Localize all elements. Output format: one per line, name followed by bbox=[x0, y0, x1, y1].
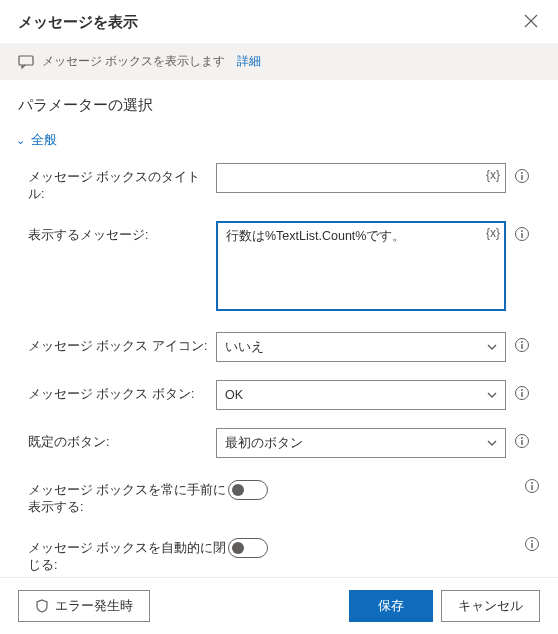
info-icon[interactable] bbox=[514, 168, 530, 184]
info-bar: メッセージ ボックスを表示します 詳細 bbox=[0, 43, 558, 80]
select-wrap: 最初のボタン bbox=[216, 428, 506, 458]
variable-picker-icon[interactable]: {x} bbox=[486, 226, 500, 240]
textarea-wrap: {x} bbox=[216, 221, 506, 314]
info-icon[interactable] bbox=[524, 536, 540, 552]
on-error-button[interactable]: エラー発生時 bbox=[18, 590, 150, 622]
shield-icon bbox=[35, 599, 49, 613]
chevron-down-icon: ⌄ bbox=[16, 134, 25, 147]
row-msgbox-title: メッセージ ボックスのタイトル: {x} bbox=[28, 163, 540, 203]
topmost-toggle[interactable] bbox=[228, 480, 268, 500]
label-message: 表示するメッセージ: bbox=[28, 221, 216, 244]
label-msgbox-title: メッセージ ボックスのタイトル: bbox=[28, 163, 216, 203]
svg-rect-3 bbox=[521, 175, 522, 180]
label-default-btn: 既定のボタン: bbox=[28, 428, 216, 451]
svg-rect-21 bbox=[531, 543, 532, 548]
svg-rect-9 bbox=[521, 344, 522, 349]
group-general-toggle[interactable]: ⌄ 全般 bbox=[16, 131, 540, 149]
buttons-select[interactable]: OK bbox=[216, 380, 506, 410]
section-title: パラメーターの選択 bbox=[18, 96, 540, 115]
icon-select-value: いいえ bbox=[225, 339, 264, 356]
close-icon bbox=[524, 14, 538, 28]
buttons-select-value: OK bbox=[225, 388, 243, 402]
info-link[interactable]: 詳細 bbox=[237, 53, 261, 70]
info-icon[interactable] bbox=[514, 433, 530, 449]
row-topmost: メッセージ ボックスを常に手前に表示する: bbox=[28, 476, 540, 516]
variable-picker-icon[interactable]: {x} bbox=[486, 168, 500, 182]
row-icon: メッセージ ボックス アイコン: いいえ bbox=[28, 332, 540, 362]
svg-rect-0 bbox=[19, 56, 33, 65]
info-icon[interactable] bbox=[524, 478, 540, 494]
msgbox-title-input[interactable] bbox=[216, 163, 506, 193]
message-icon bbox=[18, 55, 34, 69]
info-icon[interactable] bbox=[514, 226, 530, 242]
cancel-label: キャンセル bbox=[458, 597, 523, 615]
label-buttons: メッセージ ボックス ボタン: bbox=[28, 380, 216, 403]
info-text: メッセージ ボックスを表示します bbox=[42, 53, 225, 70]
close-button[interactable] bbox=[522, 12, 540, 33]
default-btn-select[interactable]: 最初のボタン bbox=[216, 428, 506, 458]
default-btn-select-value: 最初のボタン bbox=[225, 435, 303, 452]
row-buttons: メッセージ ボックス ボタン: OK bbox=[28, 380, 540, 410]
label-autoclose: メッセージ ボックスを自動的に閉じる: bbox=[28, 534, 228, 574]
save-button[interactable]: 保存 bbox=[349, 590, 433, 622]
label-topmost: メッセージ ボックスを常に手前に表示する: bbox=[28, 476, 228, 516]
svg-point-14 bbox=[521, 437, 523, 439]
icon-select[interactable]: いいえ bbox=[216, 332, 506, 362]
svg-point-8 bbox=[521, 341, 523, 343]
autoclose-toggle[interactable] bbox=[228, 538, 268, 558]
select-wrap: いいえ bbox=[216, 332, 506, 362]
message-textarea[interactable] bbox=[216, 221, 506, 311]
input-wrap: {x} bbox=[216, 163, 506, 193]
cancel-button[interactable]: キャンセル bbox=[441, 590, 540, 622]
label-icon: メッセージ ボックス アイコン: bbox=[28, 332, 216, 355]
row-default-btn: 既定のボタン: 最初のボタン bbox=[28, 428, 540, 458]
svg-rect-6 bbox=[521, 233, 522, 238]
svg-rect-12 bbox=[521, 392, 522, 397]
dialog-content: パラメーターの選択 ⌄ 全般 メッセージ ボックスのタイトル: {x} 表示する… bbox=[0, 80, 558, 577]
svg-rect-15 bbox=[521, 440, 522, 445]
dialog-header: メッセージを表示 bbox=[0, 0, 558, 43]
dialog-footer: エラー発生時 保存 キャンセル bbox=[0, 577, 558, 634]
on-error-label: エラー発生時 bbox=[55, 597, 133, 615]
group-general-label: 全般 bbox=[31, 131, 57, 149]
svg-point-20 bbox=[531, 540, 533, 542]
svg-point-2 bbox=[521, 172, 523, 174]
row-message: 表示するメッセージ: {x} bbox=[28, 221, 540, 314]
svg-point-17 bbox=[531, 482, 533, 484]
select-wrap: OK bbox=[216, 380, 506, 410]
row-autoclose: メッセージ ボックスを自動的に閉じる: bbox=[28, 534, 540, 574]
dialog-title: メッセージを表示 bbox=[18, 13, 138, 32]
save-label: 保存 bbox=[378, 597, 404, 615]
svg-rect-18 bbox=[531, 485, 532, 490]
info-icon[interactable] bbox=[514, 337, 530, 353]
info-icon[interactable] bbox=[514, 385, 530, 401]
svg-point-11 bbox=[521, 389, 523, 391]
svg-point-5 bbox=[521, 230, 523, 232]
